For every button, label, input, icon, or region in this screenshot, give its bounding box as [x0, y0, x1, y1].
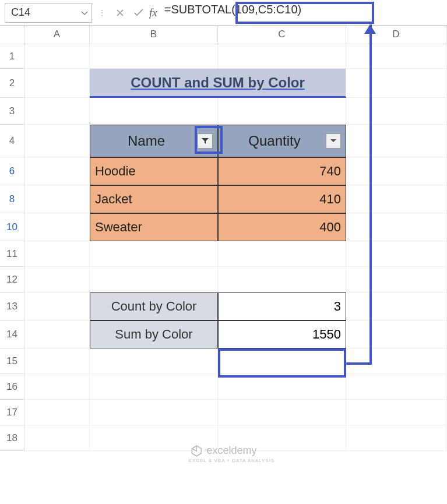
row-header[interactable]: 14 [0, 320, 24, 348]
data-qty-cell[interactable]: 400 [218, 213, 346, 241]
cell[interactable] [218, 348, 346, 374]
header-name-label: Name [95, 133, 198, 149]
cell[interactable] [346, 348, 446, 374]
cell[interactable] [24, 98, 90, 125]
sum-label-cell[interactable]: Sum by Color [90, 320, 218, 348]
cell[interactable] [24, 44, 90, 69]
data-name-cell[interactable]: Hoodie [90, 157, 218, 185]
cell[interactable] [24, 292, 90, 320]
cell[interactable] [346, 374, 446, 400]
cell[interactable] [346, 157, 446, 185]
data-name-cell[interactable]: Sweater [90, 213, 218, 241]
row-header[interactable]: 1 [0, 44, 24, 69]
row-header[interactable]: 11 [0, 241, 24, 267]
cell[interactable] [24, 241, 90, 267]
table-header-qty[interactable]: Quantity [218, 125, 346, 157]
cell[interactable] [24, 125, 90, 157]
cell[interactable] [24, 213, 90, 241]
row-header[interactable]: 12 [0, 267, 24, 292]
cell[interactable] [346, 185, 446, 213]
cell[interactable] [90, 98, 218, 125]
cell[interactable] [218, 44, 346, 69]
col-header-c[interactable]: C [218, 26, 346, 44]
row-header[interactable]: 18 [0, 425, 24, 451]
cell[interactable] [24, 425, 90, 451]
cell[interactable] [346, 320, 446, 348]
row-header[interactable]: 3 [0, 98, 24, 125]
confirm-formula-button[interactable] [131, 5, 147, 21]
count-value-cell[interactable]: 3 [218, 292, 346, 320]
cell[interactable] [346, 98, 446, 125]
count-label-cell[interactable]: Count by Color [90, 292, 218, 320]
filter-button-name[interactable] [198, 133, 213, 149]
formula-input[interactable]: =SUBTOTAL(109,C5:C10) [164, 3, 442, 23]
data-name-cell[interactable]: Jacket [90, 185, 218, 213]
cell[interactable] [90, 374, 218, 400]
formula-bar: C14 ⋮ fx =SUBTOTAL(109,C5:C10) [0, 0, 447, 26]
cell[interactable] [218, 241, 346, 267]
row-header[interactable]: 2 [0, 69, 24, 98]
cell[interactable] [90, 267, 218, 292]
table-header-name[interactable]: Name [90, 125, 218, 157]
row-header[interactable]: 8 [0, 185, 24, 213]
cell[interactable] [346, 425, 446, 451]
col-header-d[interactable]: D [346, 26, 446, 44]
sum-value-cell[interactable]: 1550 [218, 320, 346, 348]
row: 16 [0, 374, 447, 400]
cell[interactable] [90, 400, 218, 425]
cell[interactable] [346, 69, 446, 98]
col-header-a[interactable]: A [24, 26, 90, 44]
cell[interactable] [346, 400, 446, 425]
name-box[interactable]: C14 [5, 3, 92, 23]
funnel-icon [201, 138, 209, 144]
cell[interactable] [90, 44, 218, 69]
cell[interactable] [346, 241, 446, 267]
cell[interactable] [218, 98, 346, 125]
row-header[interactable]: 16 [0, 374, 24, 400]
row-header[interactable]: 6 [0, 157, 24, 185]
cell[interactable] [24, 348, 90, 374]
cell[interactable] [346, 44, 446, 69]
cell[interactable] [218, 267, 346, 292]
row: 13 Count by Color 3 [0, 292, 447, 320]
data-qty-cell[interactable]: 410 [218, 185, 346, 213]
row-header[interactable]: 13 [0, 292, 24, 320]
cell[interactable] [346, 267, 446, 292]
cell[interactable] [24, 185, 90, 213]
row: 15 [0, 348, 447, 374]
cell[interactable] [90, 348, 218, 374]
cell[interactable] [24, 267, 90, 292]
cancel-formula-button[interactable] [112, 5, 128, 21]
cell[interactable] [24, 320, 90, 348]
row-header[interactable]: 4 [0, 125, 24, 157]
cell[interactable] [218, 400, 346, 425]
logo-subtitle: EXCEL & VBA + DATA ANALYSIS [189, 458, 274, 463]
select-all-corner[interactable] [0, 26, 24, 44]
table-row: 6 Hoodie 740 [0, 157, 447, 185]
filter-button-qty[interactable] [326, 133, 341, 149]
logo-icon [190, 444, 203, 457]
data-qty-cell[interactable]: 740 [218, 157, 346, 185]
col-header-b[interactable]: B [90, 26, 218, 44]
row: 11 [0, 241, 447, 267]
row-header[interactable]: 15 [0, 348, 24, 374]
fx-icon[interactable]: fx [149, 6, 157, 19]
cell[interactable] [24, 400, 90, 425]
cell[interactable] [346, 213, 446, 241]
formula-text: =SUBTOTAL(109,C5:C10) [164, 3, 301, 16]
cell[interactable] [218, 374, 346, 400]
column-headers: A B C D [0, 26, 447, 44]
name-box-dropdown-icon[interactable] [81, 6, 88, 19]
annotation-arrow-head [364, 24, 376, 34]
cell[interactable] [24, 157, 90, 185]
cell[interactable] [24, 69, 90, 98]
cell[interactable] [346, 292, 446, 320]
row: 1 [0, 44, 447, 69]
cell[interactable] [90, 241, 218, 267]
watermark-logo: exceldemy EXCEL & VBA + DATA ANALYSIS [173, 444, 274, 463]
row-header[interactable]: 10 [0, 213, 24, 241]
cell[interactable] [24, 374, 90, 400]
row-header[interactable]: 17 [0, 400, 24, 425]
cell[interactable] [346, 125, 446, 157]
title-cell[interactable]: COUNT and SUM by Color [90, 69, 346, 98]
